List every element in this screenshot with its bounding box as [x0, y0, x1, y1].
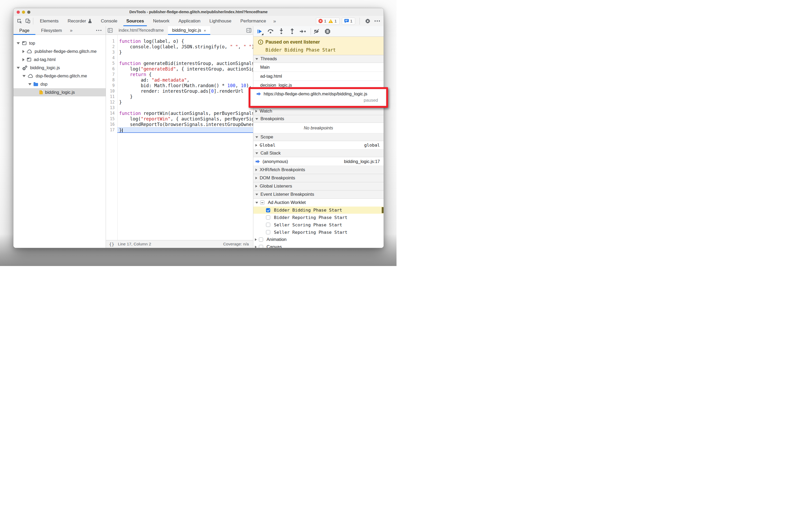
breakpoint-seller-reporting-phase-start[interactable]: Seller Reporting Phase Start	[253, 228, 383, 236]
tree-expander-arrow[interactable]	[22, 58, 24, 61]
tree-expander-arrow[interactable]	[22, 75, 26, 77]
watch-section-header[interactable]: Watch	[253, 108, 383, 115]
scope-section-header[interactable]: Scope	[253, 133, 383, 141]
line-number[interactable]: 13	[106, 105, 117, 111]
line-number[interactable]: 8	[106, 77, 117, 83]
step-into-icon[interactable]	[278, 28, 284, 35]
global-listeners-header[interactable]: Global Listeners	[253, 182, 383, 190]
code-line-4[interactable]: 4	[106, 55, 253, 61]
hide-debugger-sidebar-icon[interactable]	[246, 28, 251, 33]
hide-navigator-icon[interactable]	[108, 28, 113, 33]
device-toolbar-icon[interactable]	[24, 18, 31, 24]
code-line-15[interactable]: 15 log("reportWin", { auctionSignals, pe…	[106, 116, 253, 122]
xhr-breakpoints-header[interactable]: XHR/fetch Breakpoints	[253, 166, 383, 174]
code-line-2[interactable]: 2 console.log(label, JSON.stringify(o, "…	[106, 44, 253, 50]
line-number[interactable]: 11	[106, 94, 117, 100]
code-line-10[interactable]: 10 render: interestGroup.ads[0].renderUr…	[106, 89, 253, 94]
tab-performance[interactable]: Performance	[236, 16, 270, 26]
code-editor[interactable]: 1function log(label, o) {2 console.log(l…	[106, 35, 253, 240]
resume-script-icon[interactable]	[257, 28, 263, 35]
breakpoint-category-canvas[interactable]: Canvas	[253, 243, 383, 248]
editor-tab-bidding-logic-js[interactable]: bidding_logic.js×	[168, 26, 210, 35]
threads-section-header[interactable]: Threads	[253, 55, 383, 63]
more-options-kebab-icon[interactable]	[374, 18, 380, 24]
line-number[interactable]: 17	[106, 127, 117, 133]
code-line-17[interactable]: 17}	[106, 127, 253, 133]
line-number[interactable]: 15	[106, 116, 117, 122]
unchecked-checkbox[interactable]	[259, 245, 263, 248]
breakpoint-bidder-reporting-phase-start[interactable]: Bidder Reporting Phase Start	[253, 214, 383, 221]
tree-expander-arrow[interactable]	[22, 50, 24, 53]
code-line-3[interactable]: 3}	[106, 50, 253, 55]
tree-item-dsp-fledge-demo-glitch-me[interactable]: dsp-fledge-demo.glitch.me	[14, 72, 106, 80]
more-navigator-tabs-chevron[interactable]: »	[68, 28, 75, 33]
tab-network[interactable]: Network	[149, 16, 174, 26]
breakpoints-section-header[interactable]: Breakpoints	[253, 115, 383, 123]
tab-application[interactable]: Application	[174, 16, 205, 26]
line-number[interactable]: 6	[106, 66, 117, 72]
line-number[interactable]: 12	[106, 100, 117, 105]
code-line-1[interactable]: 1function log(label, o) {	[106, 39, 253, 44]
tree-item-ad-tag-html[interactable]: ad-tag.html	[14, 55, 106, 64]
tree-item-dsp[interactable]: dsp	[14, 80, 106, 88]
line-number[interactable]: 1	[106, 39, 117, 44]
scope-global-row[interactable]: Global global	[253, 141, 383, 150]
line-number[interactable]: 4	[106, 55, 117, 61]
tree-expander-arrow[interactable]	[17, 67, 20, 69]
unchecked-checkbox[interactable]	[259, 238, 263, 242]
navigator-tab-page[interactable]: Page	[14, 26, 35, 35]
step-over-icon[interactable]	[267, 28, 274, 35]
console-summary-badge[interactable]: 1 1	[316, 17, 340, 25]
inspect-element-icon[interactable]	[16, 18, 22, 24]
active-thread-url[interactable]: https://dsp-fledge-demo.glitch.me/dsp/bi…	[264, 91, 367, 96]
pause-on-exceptions-icon[interactable]	[324, 28, 331, 35]
line-number[interactable]: 5	[106, 61, 117, 66]
tree-item-bidding-logic-js[interactable]: bidding_logic.js	[14, 88, 106, 96]
dom-breakpoints-header[interactable]: DOM Breakpoints	[253, 174, 383, 182]
breakpoint-bidder-bidding-phase-start[interactable]: Bidder Bidding Phase Start	[253, 207, 383, 214]
code-line-9[interactable]: 9 bid: Math.floor(Math.random() * 100, 1…	[106, 83, 253, 89]
tree-item-bidding-logic-js[interactable]: bidding_logic.js	[14, 64, 106, 72]
code-line-16[interactable]: 16 sendReportTo(browserSignals.interestG…	[106, 122, 253, 127]
line-number[interactable]: 10	[106, 89, 117, 94]
code-line-13[interactable]: 13	[106, 105, 253, 111]
line-number[interactable]: 9	[106, 83, 117, 89]
line-number[interactable]: 3	[106, 50, 117, 55]
tree-item-top[interactable]: top	[14, 39, 106, 47]
tab-sources[interactable]: Sources	[122, 16, 149, 26]
tree-expander-arrow[interactable]	[28, 83, 32, 85]
close-tab-icon[interactable]: ×	[204, 28, 206, 33]
checked-checkbox[interactable]	[266, 208, 270, 212]
tab-lighthouse[interactable]: Lighthouse	[205, 16, 236, 26]
tab-recorder[interactable]: Recorder	[63, 16, 96, 26]
code-line-12[interactable]: 12}	[106, 100, 253, 105]
pretty-print-button[interactable]: {}	[109, 242, 114, 247]
tree-item-publisher-fledge-demo-glitch-me[interactable]: publisher-fledge-demo.glitch.me	[14, 47, 106, 55]
editor-tab-index-html-fencedframe[interactable]: index.html?fencedframe	[114, 26, 168, 35]
unchecked-checkbox[interactable]	[266, 230, 270, 234]
line-number[interactable]: 14	[106, 111, 117, 116]
thread-row-main[interactable]: Main	[253, 63, 383, 72]
call-stack-frame-row[interactable]: (anonymous) bidding_logic.js:17	[253, 157, 383, 166]
more-panels-chevron[interactable]: »	[270, 18, 279, 24]
call-stack-section-header[interactable]: Call Stack	[253, 150, 383, 157]
code-line-6[interactable]: 6 log("generateBid", { interestGroup, au…	[106, 66, 253, 72]
unchecked-checkbox[interactable]	[266, 223, 270, 227]
ad-auction-worklet-group[interactable]: Ad Auction Worklet	[253, 198, 383, 207]
step-out-icon[interactable]	[289, 28, 295, 35]
code-line-5[interactable]: 5function generateBid(interestGroup, auc…	[106, 61, 253, 66]
breakpoint-category-animation[interactable]: Animation	[253, 236, 383, 243]
code-line-11[interactable]: 11 }	[106, 94, 253, 100]
unchecked-checkbox[interactable]	[266, 215, 270, 220]
code-line-7[interactable]: 7 return {	[106, 72, 253, 77]
code-line-14[interactable]: 14function reportWin(auctionSignals, per…	[106, 111, 253, 116]
line-number[interactable]: 7	[106, 72, 117, 77]
step-icon[interactable]	[300, 28, 306, 35]
category-expander-arrow[interactable]	[255, 246, 257, 248]
code-line-8[interactable]: 8 ad: "ad-metadata",	[106, 77, 253, 83]
navigator-tab-filesystem[interactable]: Filesystem	[35, 26, 68, 35]
deactivate-breakpoints-icon[interactable]	[314, 28, 320, 35]
ad-auction-worklet-checkbox[interactable]	[260, 201, 264, 205]
tab-console[interactable]: Console	[96, 16, 122, 26]
line-number[interactable]: 2	[106, 44, 117, 50]
